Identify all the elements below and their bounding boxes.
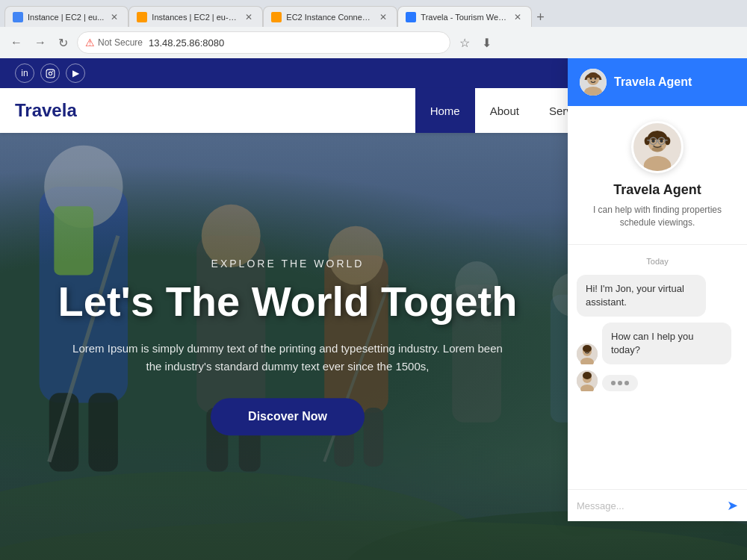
chat-agent-name: Travela Agent	[613, 182, 701, 198]
svg-point-48	[583, 345, 592, 352]
chat-widget: Travela Agent	[568, 58, 747, 521]
svg-point-33	[651, 139, 655, 143]
typing-dot-1	[611, 381, 616, 385]
bookmark-button[interactable]: ☆	[456, 33, 473, 53]
chat-header: Travela Agent	[568, 58, 747, 106]
svg-point-1	[49, 72, 52, 75]
forward-button[interactable]: →	[31, 33, 49, 52]
svg-point-42	[652, 146, 663, 152]
browser-chrome: Instance | EC2 | eu... ✕ Instances | EC2…	[0, 0, 747, 58]
agent-large-avatar-icon	[633, 121, 681, 173]
chat-input-area: ➤	[568, 489, 747, 521]
hero-description: Lorem Ipsum is simply dummy text of the …	[71, 340, 504, 376]
download-button[interactable]: ⬇	[479, 33, 495, 53]
youtube-icon[interactable]: ▶	[66, 63, 85, 83]
linkedin-icon[interactable]: in	[15, 63, 34, 83]
svg-point-52	[583, 372, 592, 379]
tab-bar: Instance | EC2 | eu... ✕ Instances | EC2…	[0, 0, 747, 27]
typing-indicator-wrapper	[577, 370, 738, 391]
tab-close-4[interactable]: ✕	[512, 11, 524, 23]
chat-agent-avatar-large	[631, 121, 684, 173]
not-secure-label: Not Secure	[98, 37, 143, 48]
discover-now-button[interactable]: Discover Now	[211, 398, 365, 435]
chat-message-input[interactable]	[577, 500, 721, 511]
chat-message-2: How can I help you today?	[602, 323, 731, 364]
typing-dot-2	[618, 381, 622, 385]
tab-1[interactable]: Instance | EC2 | eu... ✕	[4, 6, 128, 27]
chat-send-button[interactable]: ➤	[727, 497, 738, 514]
agent-avatar-icon	[580, 69, 607, 96]
typing-dot-3	[624, 381, 629, 385]
chat-body: Travela Agent I can help with finding pr…	[568, 106, 747, 489]
logo: Travela	[15, 100, 77, 121]
svg-point-34	[660, 139, 663, 143]
svg-rect-0	[46, 69, 55, 78]
tab-favicon-1	[13, 12, 23, 22]
chat-message-2-wrapper: How can I help you today?	[577, 323, 738, 364]
chat-agent-description: I can help with finding properties sched…	[583, 204, 732, 229]
tab-favicon-2	[137, 12, 147, 22]
hero-title: Let's The World Togeth	[15, 279, 560, 325]
chat-header-avatar	[580, 69, 607, 96]
typing-avatar	[577, 370, 598, 391]
url-bar[interactable]: ⚠ Not Secure 13.48.25.86:8080	[77, 31, 450, 54]
instagram-icon[interactable]	[40, 63, 60, 83]
new-tab-button[interactable]: +	[532, 10, 549, 25]
typing-agent-avatar-icon	[577, 370, 598, 391]
tab-title-4: Travela - Tourism Website Te...	[421, 13, 507, 22]
url-text: 13.48.25.86:8080	[149, 37, 224, 49]
address-bar: ← → ↻ ⚠ Not Secure 13.48.25.86:8080 ☆ ⬇	[0, 27, 747, 58]
chat-messages: Today Hi! I'm Jon, your virtual assistan…	[568, 245, 747, 489]
chat-avatar-small	[577, 343, 598, 364]
back-button[interactable]: ←	[7, 33, 25, 52]
tab-title-2: Instances | EC2 | eu-north-1	[152, 13, 238, 22]
typing-indicator	[602, 375, 638, 391]
tab-title-3: EC2 Instance Connect | eu-n...	[286, 13, 373, 22]
social-icons: in ▶	[15, 63, 85, 83]
svg-point-2	[52, 70, 53, 72]
chat-agent-small-avatar-icon	[577, 343, 598, 364]
tab-2[interactable]: Instances | EC2 | eu-north-1 ✕	[128, 6, 263, 27]
chat-message-1: Hi! I'm Jon, your virtual assistant.	[577, 275, 706, 317]
hero-content: EXPLORE THE WORLD Let's The World Togeth…	[0, 243, 575, 450]
tab-3[interactable]: EC2 Instance Connect | eu-n... ✕	[263, 6, 397, 27]
chat-agent-intro: Travela Agent I can help with finding pr…	[568, 106, 747, 245]
tab-favicon-4	[406, 12, 416, 22]
hero-subtitle: EXPLORE THE WORLD	[15, 258, 560, 270]
svg-point-35	[645, 137, 650, 145]
refresh-button[interactable]: ↻	[55, 33, 71, 53]
nav-home[interactable]: Home	[415, 88, 475, 133]
tab-close-1[interactable]: ✕	[108, 11, 120, 23]
tab-favicon-3	[271, 12, 282, 22]
tab-close-3[interactable]: ✕	[377, 11, 389, 23]
website-content: in ▶ 👤 Register 🔑 Login 🏠 My D Travela H…	[0, 58, 747, 560]
nav-about[interactable]: About	[475, 88, 534, 133]
svg-point-36	[665, 137, 670, 145]
chat-header-title: Travela Agent	[614, 75, 692, 89]
not-secure-icon: ⚠	[85, 37, 95, 49]
tab-close-2[interactable]: ✕	[243, 11, 255, 23]
tab-4[interactable]: Travela - Tourism Website Te... ✕	[397, 6, 532, 27]
tab-title-1: Instance | EC2 | eu...	[28, 13, 104, 22]
chat-date-label: Today	[577, 257, 738, 266]
